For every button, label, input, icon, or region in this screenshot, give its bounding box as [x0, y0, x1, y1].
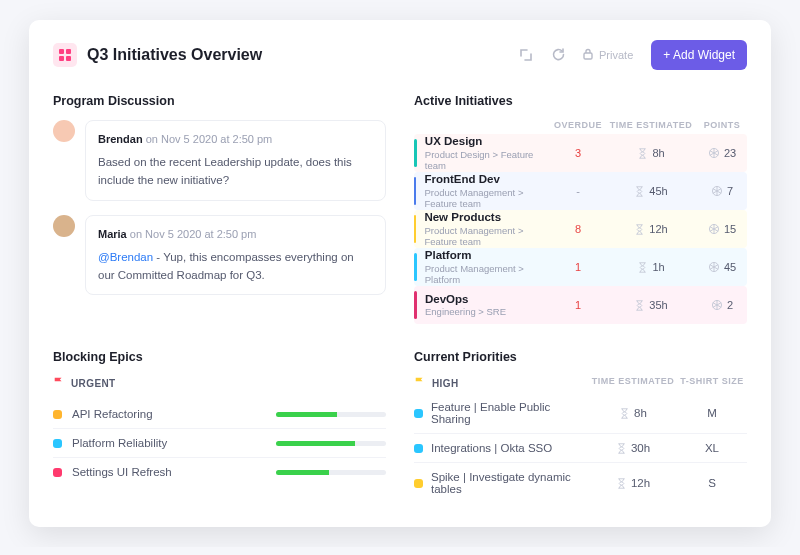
table-header: HIGH TIME ESTIMATED T-SHIRT SIZE	[414, 376, 747, 390]
points: 45	[697, 261, 747, 273]
initiative-path: Product Management > Feature team	[424, 187, 551, 209]
color-bar	[414, 215, 416, 243]
flag-label: URGENT	[71, 378, 116, 389]
initiative-path: Product Design > Feature team	[425, 149, 551, 171]
points-icon	[708, 223, 720, 235]
time-estimate: 30h	[589, 442, 677, 454]
time-estimate: 45h	[605, 185, 697, 197]
section-heading: Blocking Epics	[53, 350, 386, 364]
color-bar	[414, 253, 417, 281]
comment: Brendan on Nov 5 2020 at 2:50 pm Based o…	[53, 120, 386, 201]
avatar	[53, 215, 75, 237]
priority-row[interactable]: Spike | Investigate dynamic tables 12h S	[414, 463, 747, 503]
initiative-row[interactable]: Platform Product Management > Platform 1…	[414, 248, 747, 286]
tshirt-size: M	[677, 407, 747, 419]
initiative-path: Product Management > Feature team	[424, 225, 551, 247]
time-estimate: 12h	[589, 477, 677, 489]
blocking-epics: Blocking Epics URGENT API Refactoring Pl…	[53, 350, 386, 503]
status-dot	[53, 468, 62, 477]
overdue-count: -	[551, 185, 605, 197]
initiative-title: FrontEnd Dev	[424, 173, 551, 186]
page-title: Q3 Initiatives Overview	[87, 46, 262, 64]
mention[interactable]: @Brendan	[98, 251, 153, 263]
comment-body: Based on the recent Leadership update, d…	[98, 156, 352, 186]
points-icon	[711, 299, 723, 311]
initiative-path: Product Management > Platform	[425, 263, 551, 285]
hourglass-icon	[634, 224, 645, 235]
table-header: OVERDUE TIME ESTIMATED POINTS	[414, 120, 747, 130]
initiative-row[interactable]: New Products Product Management > Featur…	[414, 210, 747, 248]
hourglass-icon	[616, 443, 627, 454]
priority-row[interactable]: Feature | Enable Public Sharing 8h M	[414, 393, 747, 434]
hourglass-icon	[634, 186, 645, 197]
time-estimate: 8h	[589, 407, 677, 419]
board-icon	[53, 43, 77, 67]
status-dot	[414, 444, 423, 453]
expand-icon[interactable]	[515, 44, 537, 66]
comment-timestamp: Nov 5 2020 at 2:50 pm	[161, 133, 272, 145]
epic-label: Platform Reliability	[72, 437, 167, 449]
tshirt-size: XL	[677, 442, 747, 454]
progress-bar	[276, 412, 386, 417]
section-heading: Current Priorities	[414, 350, 747, 364]
comment: Maria on Nov 5 2020 at 2:50 pm @Brendan …	[53, 215, 386, 296]
color-bar	[414, 291, 417, 319]
priority-row[interactable]: Integrations | Okta SSO 30h XL	[414, 434, 747, 463]
epic-row[interactable]: API Refactoring	[53, 400, 386, 429]
points: 23	[697, 147, 747, 159]
initiative-row[interactable]: FrontEnd Dev Product Management > Featur…	[414, 172, 747, 210]
time-estimate: 12h	[605, 223, 697, 235]
add-widget-button[interactable]: + Add Widget	[651, 40, 747, 70]
comment-bubble: Maria on Nov 5 2020 at 2:50 pm @Brendan …	[85, 215, 386, 296]
lock-icon	[581, 47, 595, 63]
initiative-title: UX Design	[425, 135, 551, 148]
active-initiatives: Active Initiatives OVERDUE TIME ESTIMATE…	[414, 94, 747, 324]
hourglass-icon	[637, 262, 648, 273]
points-icon	[708, 147, 720, 159]
avatar	[53, 120, 75, 142]
epic-row[interactable]: Settings UI Refresh	[53, 458, 386, 486]
tshirt-size: S	[677, 477, 747, 489]
hourglass-icon	[637, 148, 648, 159]
status-dot	[53, 410, 62, 419]
overdue-count: 8	[551, 223, 605, 235]
flag-label: HIGH	[432, 378, 459, 389]
hourglass-icon	[619, 408, 630, 419]
initiative-row[interactable]: DevOps Engineering > SRE 1 35h 2	[414, 286, 747, 324]
privacy-toggle[interactable]: Private	[579, 47, 635, 63]
refresh-icon[interactable]	[547, 44, 569, 66]
section-heading: Active Initiatives	[414, 94, 747, 108]
initiative-path: Engineering > SRE	[425, 306, 506, 317]
initiative-row[interactable]: UX Design Product Design > Feature team …	[414, 134, 747, 172]
epic-label: Settings UI Refresh	[72, 466, 172, 478]
col-size: T-SHIRT SIZE	[677, 376, 747, 390]
hourglass-icon	[616, 478, 627, 489]
initiative-title: New Products	[424, 211, 551, 224]
privacy-label: Private	[599, 49, 633, 61]
priority-label: Spike | Investigate dynamic tables	[431, 471, 589, 495]
overdue-count: 1	[551, 299, 605, 311]
section-heading: Program Discussion	[53, 94, 386, 108]
overdue-count: 3	[551, 147, 605, 159]
points-icon	[711, 185, 723, 197]
flag-icon	[53, 376, 65, 390]
comment-author: Maria	[98, 228, 127, 240]
points: 2	[697, 299, 747, 311]
status-dot	[414, 479, 423, 488]
col-points: POINTS	[697, 120, 747, 130]
header: Q3 Initiatives Overview Private + Add Wi…	[53, 40, 747, 70]
progress-bar	[276, 470, 386, 475]
time-estimate: 1h	[605, 261, 697, 273]
status-dot	[414, 409, 423, 418]
color-bar	[414, 139, 417, 167]
comment-timestamp: Nov 5 2020 at 2:50 pm	[145, 228, 256, 240]
priority-label: Feature | Enable Public Sharing	[431, 401, 589, 425]
points-icon	[708, 261, 720, 273]
epic-row[interactable]: Platform Reliability	[53, 429, 386, 458]
current-priorities: Current Priorities HIGH TIME ESTIMATED T…	[414, 350, 747, 503]
points: 7	[697, 185, 747, 197]
col-time: TIME ESTIMATED	[589, 376, 677, 390]
comment-bubble: Brendan on Nov 5 2020 at 2:50 pm Based o…	[85, 120, 386, 201]
initiative-title: Platform	[425, 249, 551, 262]
epic-label: API Refactoring	[72, 408, 153, 420]
